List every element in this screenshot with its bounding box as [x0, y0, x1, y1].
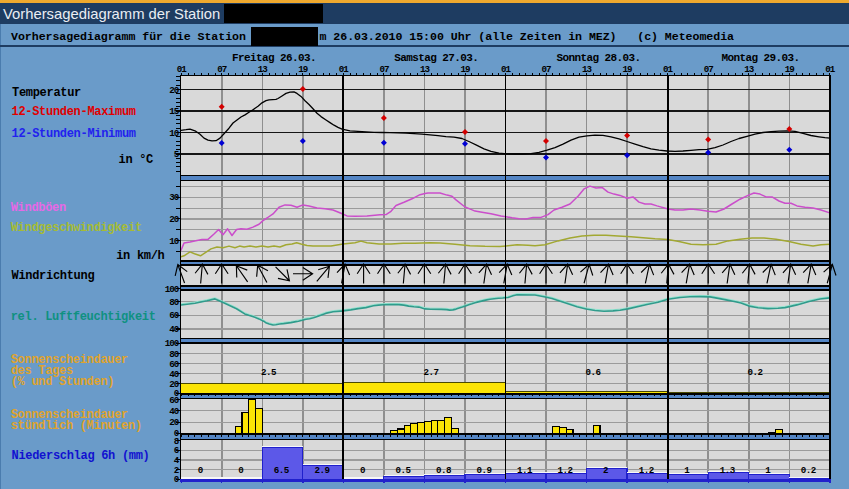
svg-text:13: 13	[420, 64, 431, 75]
svg-text:2.5: 2.5	[261, 367, 277, 378]
svg-text:80: 80	[169, 297, 179, 308]
svg-text:1.2: 1.2	[558, 465, 573, 476]
svg-text:60: 60	[169, 310, 179, 321]
svg-text:Samstag 27.03.: Samstag 27.03.	[394, 52, 478, 64]
svg-text:0.8: 0.8	[436, 465, 452, 476]
svg-text:15: 15	[169, 106, 180, 117]
svg-text:01: 01	[663, 64, 674, 75]
svg-text:Temperatur: Temperatur	[12, 86, 81, 100]
svg-text:40: 40	[169, 406, 179, 417]
svg-text:(% und Stunden): (% und Stunden)	[11, 375, 115, 389]
svg-text:rel. Luftfeuchtigkeit: rel. Luftfeuchtigkeit	[11, 310, 156, 324]
svg-text:01: 01	[825, 64, 836, 75]
svg-text:0: 0	[174, 474, 179, 485]
svg-text:in °C: in °C	[118, 153, 153, 167]
svg-text:01: 01	[339, 64, 350, 75]
svg-text:2.7: 2.7	[423, 367, 438, 378]
svg-text:0: 0	[198, 465, 203, 476]
svg-text:60: 60	[169, 395, 179, 406]
svg-text:0: 0	[360, 465, 365, 476]
svg-text:1.1: 1.1	[517, 465, 533, 476]
svg-text:stündlich (Minuten): stündlich (Minuten)	[11, 419, 142, 433]
svg-text:Niederschlag 6h (mm): Niederschlag 6h (mm)	[12, 449, 150, 463]
svg-text:Montag 29.03.: Montag 29.03.	[721, 52, 799, 64]
svg-text:1.3: 1.3	[720, 465, 736, 476]
svg-text:Freitag 26.03.: Freitag 26.03.	[232, 52, 316, 64]
svg-text:30: 30	[169, 192, 179, 203]
svg-text:m 26.03.2010 15:00 Uhr (alle Z: m 26.03.2010 15:00 Uhr (alle Zeiten in M…	[320, 30, 735, 43]
svg-text:20: 20	[169, 214, 179, 225]
svg-text:100: 100	[165, 338, 179, 349]
svg-text:Windrichtung: Windrichtung	[12, 269, 95, 283]
svg-text:01: 01	[501, 64, 512, 75]
svg-text:1.2: 1.2	[639, 465, 654, 476]
svg-text:12-Stunden-Minimum: 12-Stunden-Minimum	[12, 127, 136, 141]
svg-text:20: 20	[169, 85, 179, 96]
svg-text:40: 40	[169, 324, 179, 335]
svg-text:2: 2	[603, 465, 608, 476]
svg-text:Windgeschwindigkeit: Windgeschwindigkeit	[11, 221, 142, 235]
svg-text:in km/h: in km/h	[116, 249, 164, 263]
svg-text:10: 10	[169, 236, 179, 247]
svg-text:Sonntag 28.03.: Sonntag 28.03.	[556, 52, 640, 64]
svg-text:0.5: 0.5	[395, 465, 411, 476]
svg-text:2.9: 2.9	[314, 465, 329, 476]
svg-text:100: 100	[165, 284, 179, 295]
svg-text:13: 13	[258, 64, 269, 75]
svg-text:0.2: 0.2	[747, 367, 762, 378]
svg-text:10: 10	[169, 128, 179, 139]
svg-text:20: 20	[169, 417, 179, 428]
svg-text:0.6: 0.6	[585, 367, 600, 378]
svg-text:Vorhersagediagramm für die Sta: Vorhersagediagramm für die Station	[11, 30, 246, 43]
svg-text:12-Stunden-Maximum: 12-Stunden-Maximum	[12, 105, 136, 119]
svg-text:0: 0	[238, 465, 243, 476]
svg-text:0.2: 0.2	[801, 465, 816, 476]
svg-text:0.9: 0.9	[476, 465, 491, 476]
svg-text:Vorhersagediagramm der Station: Vorhersagediagramm der Station	[3, 6, 220, 22]
svg-text:Windböen: Windböen	[11, 201, 66, 215]
svg-text:6.5: 6.5	[274, 465, 290, 476]
svg-text:01: 01	[177, 64, 188, 75]
svg-text:13: 13	[744, 64, 755, 75]
svg-text:13: 13	[582, 64, 593, 75]
